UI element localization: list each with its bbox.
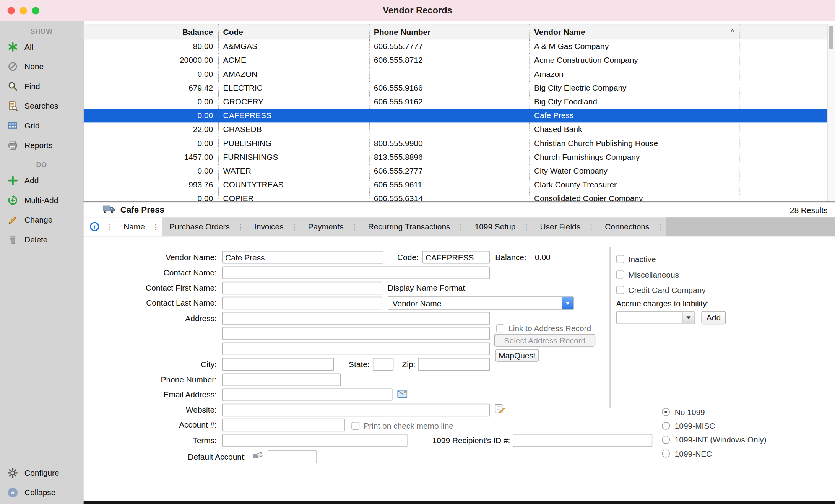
default-account-label: Default Account: — [113, 452, 246, 462]
link-to-address-checkbox[interactable]: Link to Address Record — [496, 322, 591, 334]
eraser-icon[interactable] — [252, 451, 264, 461]
detail-tab[interactable]: Purchase Orders ⋮ — [162, 217, 247, 236]
sidebar: SHOW All None Find Searches — [0, 21, 84, 504]
sidebar-item-multi-add[interactable]: Multi-Add — [0, 190, 83, 210]
address-line1-input[interactable] — [222, 312, 490, 325]
cell-balance: 0.00 — [84, 164, 219, 178]
address-line2-input[interactable] — [222, 327, 490, 340]
flag-checkbox[interactable]: Miscellaneous — [616, 267, 706, 282]
detail-tab[interactable]: Invoices ⋮ — [247, 217, 301, 236]
detail-tab[interactable]: Recurring Transactions ⋮ — [361, 217, 467, 236]
website-input[interactable] — [222, 404, 490, 416]
sort-ascending-icon: ^ — [731, 24, 734, 39]
zoom-button[interactable] — [32, 7, 39, 15]
sidebar-item-change[interactable]: Change — [0, 210, 83, 230]
vendor-name-input[interactable] — [222, 251, 383, 263]
sidebar-item-searches[interactable]: Searches — [0, 96, 83, 116]
minimize-button[interactable] — [20, 7, 28, 15]
default-account-input[interactable] — [268, 450, 317, 463]
table-row[interactable]: 22.00 CHASEDB Chased Bank — [84, 122, 827, 136]
column-header-vendor-name[interactable]: Vendor Name ^ — [530, 24, 740, 39]
table-row[interactable]: 0.00 GROCERY 606.555.9162 Big City Foodl… — [84, 95, 827, 109]
radio-1099-option[interactable]: 1099-INT (Windows Only) — [662, 432, 766, 446]
cell-code: COPIER — [219, 192, 369, 201]
sidebar-do-header: DO — [0, 160, 83, 171]
window-title: Vendor Records — [383, 5, 452, 16]
email-icon[interactable] — [397, 390, 407, 400]
sidebar-item-label: All — [24, 42, 33, 51]
sidebar-item-delete[interactable]: Delete — [0, 229, 83, 249]
account-number-input[interactable] — [222, 419, 345, 431]
mapquest-button[interactable]: MapQuest — [495, 349, 539, 361]
sidebar-item-reports[interactable]: Reports — [0, 135, 83, 155]
table-row[interactable]: 0.00 AMAZON Amazon — [84, 67, 827, 81]
detail-tab-bar: i ⋮ Name ⋮ Purchase Orders ⋮ — [84, 217, 835, 236]
accrue-add-button[interactable]: Add — [701, 311, 726, 324]
sidebar-item-label: Searches — [24, 101, 58, 111]
detail-header: Cafe Press 28 Results — [84, 202, 835, 217]
select-address-record-button[interactable]: Select Address Record — [494, 334, 596, 346]
tab-info[interactable]: i ⋮ — [84, 217, 116, 236]
zip-label: Zip: — [396, 359, 416, 370]
accrue-liability-dropdown[interactable] — [616, 311, 695, 324]
cell-balance: 0.00 — [84, 67, 219, 81]
detail-tab[interactable]: Name ⋮ — [116, 217, 162, 236]
table-scrollbar[interactable] — [827, 24, 835, 202]
zip-input[interactable] — [418, 358, 490, 371]
terms-input[interactable] — [222, 434, 408, 447]
column-header-phone[interactable]: Phone Number — [370, 24, 530, 39]
cell-vendor-name: Cafe Press — [530, 109, 740, 122]
website-edit-icon[interactable] — [495, 403, 505, 415]
table-row[interactable]: 0.00 CAFEPRESS Cafe Press — [84, 109, 827, 122]
state-label: State: — [341, 359, 369, 370]
cell-code: ELECTRIC — [219, 81, 369, 95]
detail-tab[interactable]: Payments ⋮ — [301, 217, 361, 236]
table-row[interactable]: 679.42 ELECTRIC 606.555.9166 Big City El… — [84, 81, 827, 95]
radio-1099-option[interactable]: 1099-NEC — [662, 446, 766, 460]
radio-1099-option[interactable]: No 1099 — [662, 405, 766, 419]
email-address-input[interactable] — [222, 388, 393, 401]
radio-1099-option[interactable]: 1099-MISC — [662, 419, 766, 432]
sidebar-item-all[interactable]: All — [0, 37, 83, 57]
detail-tab[interactable]: 1099 Setup ⋮ — [467, 217, 533, 236]
sidebar-item-collapse[interactable]: « Collapse — [0, 483, 83, 502]
recipient-id-input[interactable] — [513, 434, 652, 447]
table-row[interactable]: 80.00 A&MGAS 606.555.7777 A & M Gas Comp… — [84, 39, 827, 53]
column-header-balance[interactable]: Balance — [84, 24, 219, 39]
display-name-format-dropdown[interactable]: Vendor Name — [388, 296, 574, 310]
contact-first-name-input[interactable] — [222, 282, 382, 294]
phone-number-input[interactable] — [222, 373, 341, 386]
column-header-code[interactable]: Code — [219, 24, 369, 39]
sidebar-item-find[interactable]: Find — [0, 76, 83, 96]
state-input[interactable] — [373, 358, 393, 371]
scrollbar-thumb[interactable] — [829, 26, 833, 49]
sidebar-item-add[interactable]: Add — [0, 171, 83, 190]
table-row[interactable]: 1457.00 FURNISHINGS 813.555.8896 Church … — [84, 150, 827, 164]
sidebar-item-configure[interactable]: Configure — [0, 463, 83, 483]
table-row[interactable]: 20000.00 ACME 606.555.8712 Acme Construc… — [84, 53, 827, 67]
multi-add-icon — [7, 194, 19, 206]
table-row[interactable]: 0.00 PUBLISHING 800.555.9900 Christian C… — [84, 137, 827, 150]
city-input[interactable] — [222, 358, 334, 371]
flag-checkbox[interactable]: Inactive — [616, 251, 706, 267]
flag-checkbox[interactable]: Credit Card Company — [616, 282, 706, 298]
code-input[interactable] — [422, 251, 490, 263]
sidebar-item-grid[interactable]: Grid — [0, 115, 83, 135]
pencil-icon — [7, 214, 19, 226]
close-button[interactable] — [7, 7, 15, 15]
contact-last-name-input[interactable] — [222, 297, 382, 309]
print-on-memo-checkbox[interactable]: Print on check memo line — [351, 420, 453, 432]
detail-tab[interactable]: Connections ⋮ — [598, 217, 666, 236]
address-line3-input[interactable] — [222, 343, 490, 355]
traffic-lights — [7, 7, 39, 15]
sidebar-item-none[interactable]: None — [0, 57, 83, 76]
contact-name-input[interactable] — [222, 266, 490, 279]
table-row[interactable]: 0.00 WATER 606.555.2777 City Water Compa… — [84, 164, 827, 178]
table-row[interactable]: 993.76 COUNTYTREAS 606.555.9611 Clark Co… — [84, 178, 827, 192]
balance-display: Balance:0.00 — [495, 252, 550, 263]
tab-drag-handle-icon: ⋮ — [106, 223, 114, 231]
cell-vendor-name: Christian Church Publishing House — [530, 137, 740, 150]
detail-tab[interactable]: User Fields ⋮ — [533, 217, 598, 236]
cell-phone — [370, 122, 530, 136]
table-row[interactable]: 0.00 COPIER 606.555.6314 Consolidated Co… — [84, 192, 827, 201]
